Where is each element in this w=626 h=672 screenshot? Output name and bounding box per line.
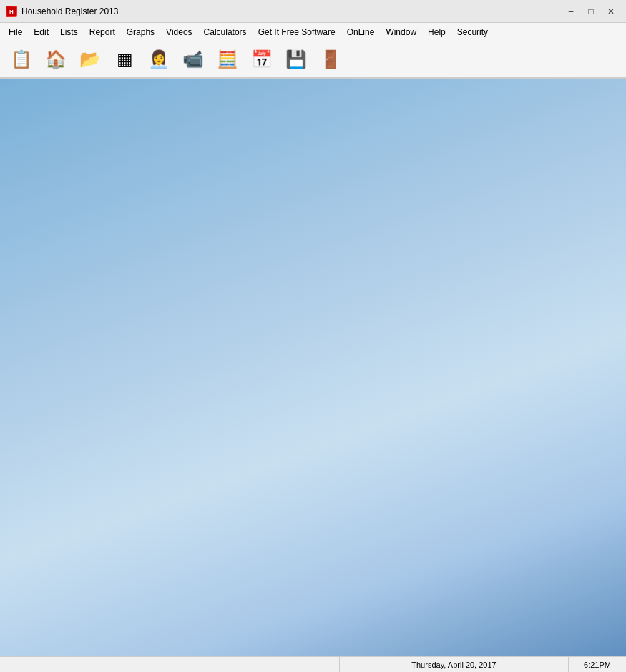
toolbar-btn-floppy[interactable]: 💾	[280, 44, 312, 75]
toolbar-icon-folder: 📂	[77, 46, 103, 72]
toolbar-icon-clipboard: 📋	[9, 46, 34, 72]
menu-item-help[interactable]: Help	[422, 25, 451, 39]
toolbar-btn-calculator[interactable]: 🧮	[212, 44, 243, 75]
toolbar-icon-camera: 📹	[180, 46, 206, 72]
menu-item-graphs[interactable]: Graphs	[121, 25, 160, 39]
toolbar: 📋🏠📂▦👩‍💼📹🧮📅💾🚪	[0, 41, 626, 79]
menu-item-window[interactable]: Window	[380, 25, 422, 39]
toolbar-icon-exit: 🚪	[318, 46, 343, 72]
maximize-button[interactable]: □	[582, 4, 600, 19]
title-bar: H Household Register 2013 – □ ✕	[0, 0, 626, 23]
toolbar-icon-grid: ▦	[112, 46, 137, 72]
status-left	[0, 657, 340, 672]
toolbar-icon-floppy: 💾	[283, 46, 309, 72]
status-bar: Thursday, April 20, 2017 6:21PM	[0, 656, 626, 672]
menu-item-videos[interactable]: Videos	[160, 25, 197, 39]
menu-item-edit[interactable]: Edit	[28, 25, 54, 39]
close-button[interactable]: ✕	[602, 4, 620, 19]
menu-bar: FileEditListsReportGraphsVideosCalculato…	[0, 23, 626, 41]
toolbar-icon-calendar: 📅	[249, 46, 275, 72]
menu-item-report[interactable]: Report	[84, 25, 121, 39]
window-controls: – □ ✕	[562, 4, 620, 19]
window-title: Household Register 2013	[21, 6, 562, 16]
toolbar-btn-clipboard[interactable]: 📋	[6, 44, 37, 75]
menu-item-security[interactable]: Security	[451, 25, 494, 39]
app-icon: H	[6, 6, 17, 17]
toolbar-icon-calculator: 🧮	[215, 46, 240, 72]
menu-item-file[interactable]: File	[3, 25, 28, 39]
toolbar-btn-folder[interactable]: 📂	[74, 44, 106, 75]
status-center: Thursday, April 20, 2017	[340, 657, 569, 672]
svg-text:H: H	[9, 9, 14, 15]
toolbar-btn-person[interactable]: 👩‍💼	[143, 44, 175, 75]
menu-item-lists[interactable]: Lists	[54, 25, 84, 39]
toolbar-icon-house: 🏠	[43, 46, 69, 72]
status-right: 6:21PM	[569, 657, 626, 672]
main-content	[0, 79, 626, 656]
menu-item-calculators[interactable]: Calculators	[198, 25, 253, 39]
toolbar-btn-house[interactable]: 🏠	[40, 44, 72, 75]
menu-item-get-it-free[interactable]: Get It Free Software	[253, 25, 341, 39]
minimize-button[interactable]: –	[562, 4, 580, 19]
toolbar-btn-grid[interactable]: ▦	[109, 44, 140, 75]
toolbar-icon-person: 👩‍💼	[146, 46, 172, 72]
toolbar-btn-camera[interactable]: 📹	[177, 44, 209, 75]
menu-item-online[interactable]: OnLine	[341, 25, 381, 39]
toolbar-btn-exit[interactable]: 🚪	[315, 44, 346, 75]
toolbar-btn-calendar[interactable]: 📅	[246, 44, 278, 75]
